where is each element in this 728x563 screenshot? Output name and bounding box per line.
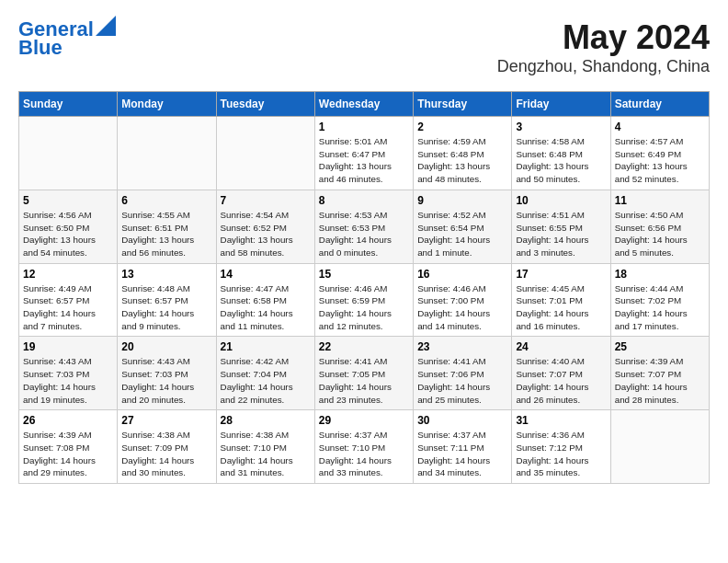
month-title: May 2024 — [497, 18, 710, 57]
calendar-cell — [19, 117, 118, 190]
day-info: Sunrise: 4:58 AMSunset: 6:48 PMDaylight:… — [516, 135, 606, 186]
logo: General Blue — [18, 18, 116, 59]
day-number: 22 — [319, 340, 409, 353]
calendar-cell: 14Sunrise: 4:47 AMSunset: 6:58 PMDayligh… — [216, 263, 314, 337]
day-info: Sunrise: 4:56 AMSunset: 6:50 PMDaylight:… — [23, 209, 113, 259]
day-number: 18 — [615, 268, 705, 281]
day-info: Sunrise: 4:40 AMSunset: 7:07 PMDaylight:… — [516, 355, 606, 406]
title-block: May 2024 Dengzhou, Shandong, China — [497, 18, 710, 76]
day-number: 25 — [615, 340, 705, 353]
day-info: Sunrise: 4:39 AMSunset: 7:08 PMDaylight:… — [23, 429, 113, 479]
day-number: 20 — [121, 340, 211, 353]
day-number: 29 — [319, 414, 409, 427]
page-header: General Blue May 2024 Dengzhou, Shandong… — [18, 18, 710, 76]
day-info: Sunrise: 4:46 AMSunset: 6:59 PMDaylight:… — [319, 282, 409, 333]
day-number: 28 — [221, 414, 311, 427]
calendar-cell: 13Sunrise: 4:48 AMSunset: 6:57 PMDayligh… — [118, 263, 216, 337]
day-info: Sunrise: 4:37 AMSunset: 7:11 PMDaylight:… — [417, 429, 507, 479]
day-number: 7 — [221, 194, 311, 207]
calendar-cell: 4Sunrise: 4:57 AMSunset: 6:49 PMDaylight… — [610, 117, 709, 190]
day-info: Sunrise: 4:59 AMSunset: 6:48 PMDaylight:… — [417, 135, 507, 186]
day-info: Sunrise: 5:01 AMSunset: 6:47 PMDaylight:… — [319, 135, 409, 186]
header-day-friday: Friday — [512, 92, 610, 117]
day-info: Sunrise: 4:51 AMSunset: 6:55 PMDaylight:… — [516, 209, 606, 259]
calendar-cell — [118, 117, 216, 190]
calendar-cell: 22Sunrise: 4:41 AMSunset: 7:05 PMDayligh… — [314, 337, 413, 410]
day-info: Sunrise: 4:54 AMSunset: 6:52 PMDaylight:… — [221, 209, 311, 259]
week-row-3: 12Sunrise: 4:49 AMSunset: 6:57 PMDayligh… — [19, 263, 710, 337]
day-number: 12 — [23, 268, 113, 281]
week-row-2: 5Sunrise: 4:56 AMSunset: 6:50 PMDaylight… — [19, 190, 710, 263]
day-info: Sunrise: 4:38 AMSunset: 7:10 PMDaylight:… — [221, 429, 311, 479]
day-info: Sunrise: 4:50 AMSunset: 6:56 PMDaylight:… — [615, 209, 705, 259]
calendar-cell — [216, 117, 314, 190]
day-number: 1 — [319, 121, 409, 133]
header-day-sunday: Sunday — [19, 92, 118, 117]
calendar-cell: 3Sunrise: 4:58 AMSunset: 6:48 PMDaylight… — [512, 117, 610, 190]
week-row-5: 26Sunrise: 4:39 AMSunset: 7:08 PMDayligh… — [19, 410, 710, 484]
logo-arrow-icon — [96, 16, 116, 36]
day-info: Sunrise: 4:55 AMSunset: 6:51 PMDaylight:… — [121, 209, 211, 259]
calendar-cell: 27Sunrise: 4:38 AMSunset: 7:09 PMDayligh… — [118, 410, 216, 484]
week-row-4: 19Sunrise: 4:43 AMSunset: 7:03 PMDayligh… — [19, 337, 710, 410]
calendar-cell: 9Sunrise: 4:52 AMSunset: 6:54 PMDaylight… — [414, 190, 512, 263]
calendar-cell: 30Sunrise: 4:37 AMSunset: 7:11 PMDayligh… — [414, 410, 512, 484]
day-number: 10 — [516, 194, 606, 207]
day-info: Sunrise: 4:47 AMSunset: 6:58 PMDaylight:… — [221, 282, 311, 333]
calendar-table: SundayMondayTuesdayWednesdayThursdayFrid… — [18, 91, 710, 484]
day-number: 8 — [319, 194, 409, 207]
day-info: Sunrise: 4:53 AMSunset: 6:53 PMDaylight:… — [319, 209, 409, 259]
day-number: 13 — [121, 268, 211, 281]
calendar-cell: 1Sunrise: 5:01 AMSunset: 6:47 PMDaylight… — [314, 117, 413, 190]
calendar-cell: 6Sunrise: 4:55 AMSunset: 6:51 PMDaylight… — [118, 190, 216, 263]
day-info: Sunrise: 4:44 AMSunset: 7:02 PMDaylight:… — [615, 282, 705, 333]
calendar-cell: 26Sunrise: 4:39 AMSunset: 7:08 PMDayligh… — [19, 410, 118, 484]
day-number: 5 — [23, 194, 113, 207]
day-number: 14 — [221, 268, 311, 281]
day-number: 4 — [615, 121, 705, 133]
day-number: 27 — [121, 414, 211, 427]
day-info: Sunrise: 4:43 AMSunset: 7:03 PMDaylight:… — [121, 355, 211, 406]
header-row: SundayMondayTuesdayWednesdayThursdayFrid… — [19, 92, 710, 117]
calendar-cell: 28Sunrise: 4:38 AMSunset: 7:10 PMDayligh… — [216, 410, 314, 484]
day-number: 17 — [516, 268, 606, 281]
day-number: 19 — [23, 340, 113, 353]
day-info: Sunrise: 4:49 AMSunset: 6:57 PMDaylight:… — [23, 282, 113, 333]
calendar-cell: 7Sunrise: 4:54 AMSunset: 6:52 PMDaylight… — [216, 190, 314, 263]
day-number: 31 — [516, 414, 606, 427]
day-info: Sunrise: 4:48 AMSunset: 6:57 PMDaylight:… — [121, 282, 211, 333]
day-info: Sunrise: 4:57 AMSunset: 6:49 PMDaylight:… — [615, 135, 705, 186]
day-number: 15 — [319, 268, 409, 281]
calendar-cell: 17Sunrise: 4:45 AMSunset: 7:01 PMDayligh… — [512, 263, 610, 337]
calendar-cell: 16Sunrise: 4:46 AMSunset: 7:00 PMDayligh… — [414, 263, 512, 337]
header-day-monday: Monday — [118, 92, 216, 117]
day-number: 30 — [417, 414, 507, 427]
calendar-cell: 29Sunrise: 4:37 AMSunset: 7:10 PMDayligh… — [314, 410, 413, 484]
header-day-wednesday: Wednesday — [314, 92, 413, 117]
day-number: 6 — [121, 194, 211, 207]
calendar-cell: 23Sunrise: 4:41 AMSunset: 7:06 PMDayligh… — [414, 337, 512, 410]
calendar-cell: 19Sunrise: 4:43 AMSunset: 7:03 PMDayligh… — [19, 337, 118, 410]
day-number: 26 — [23, 414, 113, 427]
calendar-cell: 5Sunrise: 4:56 AMSunset: 6:50 PMDaylight… — [19, 190, 118, 263]
day-number: 11 — [615, 194, 705, 207]
day-info: Sunrise: 4:52 AMSunset: 6:54 PMDaylight:… — [417, 209, 507, 259]
calendar-cell: 20Sunrise: 4:43 AMSunset: 7:03 PMDayligh… — [118, 337, 216, 410]
day-number: 2 — [417, 121, 507, 133]
header-day-saturday: Saturday — [610, 92, 709, 117]
day-info: Sunrise: 4:41 AMSunset: 7:06 PMDaylight:… — [417, 355, 507, 406]
location-title: Dengzhou, Shandong, China — [497, 57, 710, 76]
day-number: 24 — [516, 340, 606, 353]
calendar-cell: 31Sunrise: 4:36 AMSunset: 7:12 PMDayligh… — [512, 410, 610, 484]
week-row-1: 1Sunrise: 5:01 AMSunset: 6:47 PMDaylight… — [19, 117, 710, 190]
calendar-cell: 24Sunrise: 4:40 AMSunset: 7:07 PMDayligh… — [512, 337, 610, 410]
header-day-tuesday: Tuesday — [216, 92, 314, 117]
day-info: Sunrise: 4:45 AMSunset: 7:01 PMDaylight:… — [516, 282, 606, 333]
logo-text-blue: Blue — [18, 37, 63, 59]
calendar-cell: 18Sunrise: 4:44 AMSunset: 7:02 PMDayligh… — [610, 263, 709, 337]
day-info: Sunrise: 4:36 AMSunset: 7:12 PMDaylight:… — [516, 429, 606, 479]
day-info: Sunrise: 4:43 AMSunset: 7:03 PMDaylight:… — [23, 355, 113, 406]
day-info: Sunrise: 4:39 AMSunset: 7:07 PMDaylight:… — [615, 355, 705, 406]
day-number: 9 — [417, 194, 507, 207]
calendar-cell: 21Sunrise: 4:42 AMSunset: 7:04 PMDayligh… — [216, 337, 314, 410]
